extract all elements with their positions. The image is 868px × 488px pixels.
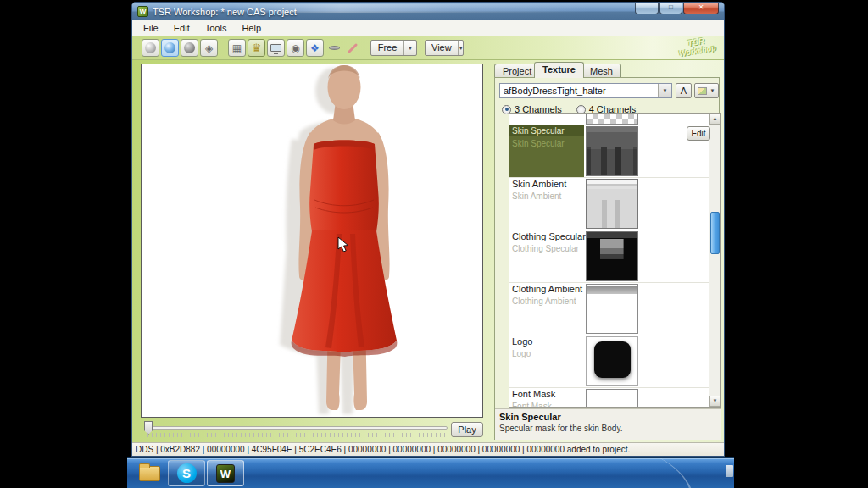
- dark-sphere-icon: [184, 42, 195, 53]
- texture-thumbnail[interactable]: [586, 336, 638, 386]
- image-options-button[interactable]: ▼: [694, 83, 719, 98]
- texture-name: Clothing Specular: [512, 231, 581, 241]
- edit-button[interactable]: Edit: [687, 126, 710, 141]
- lighting-toggle-button[interactable]: ♛: [248, 39, 265, 57]
- texture-label-cell: Skin Ambient Skin Ambient: [509, 178, 584, 230]
- grid-toggle-button[interactable]: ▦: [228, 39, 246, 57]
- texture-subtitle: Skin Specular: [509, 139, 584, 148]
- tab-mesh[interactable]: Mesh: [581, 64, 621, 78]
- blue-sphere-icon: [164, 42, 175, 53]
- stereo-view-button[interactable]: ❖: [306, 39, 324, 57]
- menu-file[interactable]: File: [136, 21, 166, 35]
- windows-taskbar: S W: [127, 458, 734, 488]
- textured-view-button[interactable]: [161, 39, 179, 57]
- app-icon: W: [137, 6, 148, 17]
- right-panel: Project Texture Mesh afBodyDressTight_ha…: [492, 60, 721, 441]
- timeline-ticks: [147, 433, 446, 437]
- texture-label-cell: Logo Logo: [509, 336, 584, 387]
- dress-bodice: [309, 141, 379, 233]
- scroll-up-icon[interactable]: ▲: [709, 114, 721, 125]
- camera-lens-icon: ◉: [291, 43, 299, 53]
- menu-bar: File Edit Tools Help: [132, 20, 724, 36]
- move-tool-button[interactable]: ◈: [200, 39, 218, 57]
- crown-lamp-icon: ♛: [252, 43, 262, 53]
- texture-thumbnail[interactable]: [586, 284, 638, 334]
- title-bar[interactable]: W TSR Workshop: * new CAS project — □ ✕: [132, 3, 724, 20]
- window-controls: — □ ✕: [635, 3, 719, 14]
- menu-help[interactable]: Help: [234, 21, 269, 35]
- camera-mode-dropdown[interactable]: Free ▼: [370, 40, 417, 56]
- image-icon: [698, 87, 707, 95]
- bone-tool-button[interactable]: [344, 39, 361, 57]
- screen: W TSR Workshop: * new CAS project — □ ✕ …: [0, 0, 868, 488]
- wireframe-view-button[interactable]: [181, 39, 198, 57]
- chevron-down-icon[interactable]: ▼: [458, 41, 464, 55]
- texture-name: Clothing Ambient: [512, 284, 581, 294]
- scrollbar-thumb[interactable]: [710, 212, 720, 254]
- menu-edit[interactable]: Edit: [166, 21, 198, 35]
- texture-row-skin-specular[interactable]: Skin Specular Skin Specular: [509, 125, 709, 178]
- texture-preset-value: afBodyDressTight_halter: [500, 84, 658, 97]
- view-dropdown[interactable]: View ▼: [425, 40, 464, 56]
- shaded-view-button[interactable]: [142, 39, 159, 57]
- texture-description: Skin Specular Specular mask for the skin…: [495, 408, 721, 440]
- folder-icon: [139, 466, 160, 481]
- screen-view-button[interactable]: [267, 39, 285, 57]
- close-button[interactable]: ✕: [683, 3, 719, 14]
- texture-thumbnail[interactable]: [586, 179, 638, 229]
- chevron-down-icon[interactable]: ▼: [658, 84, 671, 97]
- texture-name: Skin Ambient: [512, 179, 581, 189]
- floor-plane-toggle[interactable]: [326, 39, 342, 57]
- texture-tab-content: afBodyDressTight_halter ▼ A ▼ 3 Channels…: [494, 77, 720, 440]
- texture-subtitle: Clothing Specular: [512, 244, 581, 253]
- texture-list-scrollbar[interactable]: ▲ ▼: [709, 114, 720, 407]
- taskbar-workshop-button[interactable]: W: [207, 460, 244, 486]
- texture-row-skin-ambient[interactable]: Skin Ambient Skin Ambient: [509, 178, 709, 230]
- scroll-down-icon[interactable]: ▼: [709, 396, 721, 407]
- move-arrows-icon: ◈: [205, 43, 213, 53]
- sphere-icon: [145, 42, 156, 53]
- tab-texture[interactable]: Texture: [534, 62, 584, 78]
- chevron-down-icon[interactable]: ▼: [403, 41, 416, 55]
- timeline-slider[interactable]: [146, 426, 448, 430]
- chevron-down-icon[interactable]: ▼: [707, 88, 718, 93]
- taskbar-explorer-button[interactable]: [131, 460, 168, 486]
- taskbar-glass-swoosh: [542, 458, 703, 488]
- camera-button[interactable]: ◉: [287, 39, 304, 57]
- maximize-button[interactable]: □: [659, 3, 682, 14]
- skype-icon: S: [177, 463, 197, 483]
- cubes-icon: ❖: [310, 43, 320, 53]
- texture-row-clothing-ambient[interactable]: Clothing Ambient Clothing Ambient: [509, 283, 709, 336]
- texture-thumbnail[interactable]: [586, 389, 638, 408]
- texture-thumbnail[interactable]: [586, 231, 638, 281]
- workshop-w-icon: W: [216, 464, 235, 483]
- texture-name: Font Mask: [512, 389, 581, 399]
- client-area: Play Project Texture Mesh afBodyDressTig…: [132, 60, 724, 442]
- 3d-viewport[interactable]: [141, 64, 483, 418]
- texture-label-cell: Skin Specular Skin Specular: [509, 125, 584, 177]
- texture-thumbnail[interactable]: [586, 126, 638, 176]
- texture-subtitle: Logo: [512, 349, 581, 358]
- toolbar: ◈ ▦ ♛ ◉ ❖ Free ▼ View ▼ TSR W: [132, 36, 724, 60]
- animation-controls: Play: [141, 421, 483, 440]
- texture-row-logo[interactable]: Logo Logo: [509, 336, 709, 388]
- texture-label-cell: Clothing Specular Clothing Specular: [509, 230, 584, 282]
- tsr-workshop-window: W TSR Workshop: * new CAS project — □ ✕ …: [131, 2, 725, 457]
- monitor-icon: [270, 44, 281, 52]
- camera-mode-value: Free: [371, 41, 403, 55]
- view-value: View: [426, 41, 458, 55]
- bone-icon: [347, 42, 359, 54]
- texture-row-clothing-specular[interactable]: Clothing Specular Clothing Specular: [509, 230, 709, 283]
- grid-icon: ▦: [232, 43, 242, 53]
- play-button[interactable]: Play: [451, 422, 483, 437]
- texture-subtitle: Skin Ambient: [512, 191, 581, 201]
- texture-row-font-mask[interactable]: Font Mask Font Mask: [509, 388, 709, 408]
- menu-tools[interactable]: Tools: [198, 21, 235, 35]
- texture-preset-dropdown[interactable]: afBodyDressTight_halter ▼: [499, 83, 672, 98]
- texture-label-cell: Clothing Ambient Clothing Ambient: [509, 283, 584, 335]
- taskbar-skype-button[interactable]: S: [168, 460, 205, 486]
- texture-name: Skin Specular: [509, 125, 584, 136]
- alpha-button[interactable]: A: [676, 83, 692, 98]
- minimize-button[interactable]: —: [635, 3, 659, 14]
- 3d-model-preview: [142, 64, 483, 418]
